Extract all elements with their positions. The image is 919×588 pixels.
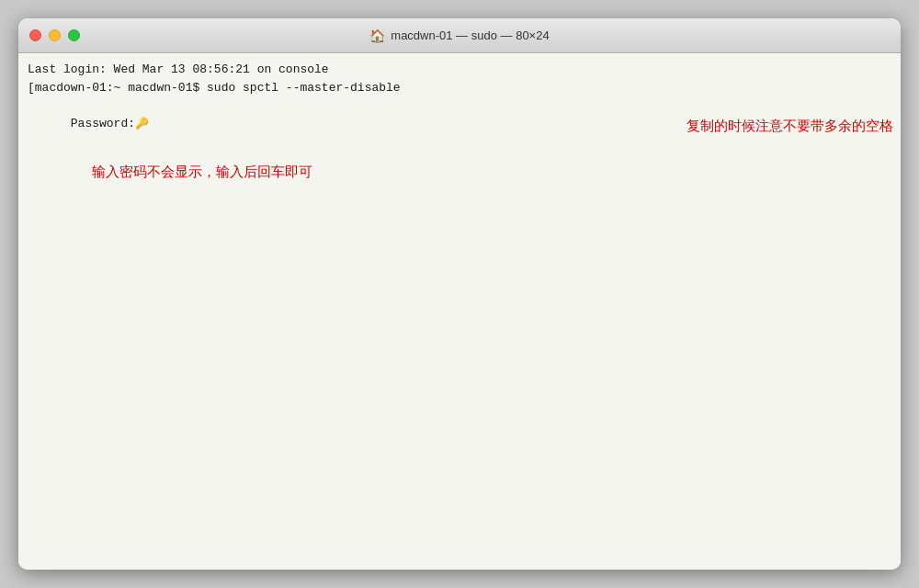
terminal-line-2: [macdown-01:~ macdwn-01$ sudo spctl --ma… (28, 79, 891, 97)
maximize-button[interactable] (68, 29, 80, 41)
close-button[interactable] (29, 29, 41, 41)
house-icon: 🏠 (369, 28, 385, 43)
title-bar: 🏠 macdwn-01 — sudo — 80×24 (18, 18, 901, 53)
minimize-button[interactable] (49, 29, 61, 41)
traffic-lights (29, 29, 80, 41)
window-title: 🏠 macdwn-01 — sudo — 80×24 (369, 28, 549, 43)
terminal-line-1: Last login: Wed Mar 13 08:56:21 on conso… (28, 61, 891, 79)
annotation-bottom: 输入密码不会显示，输入后回车即可 (92, 162, 312, 183)
terminal-content[interactable]: Last login: Wed Mar 13 08:56:21 on conso… (18, 53, 901, 570)
lock-icon: 🔑 (135, 116, 149, 132)
annotation-right: 复制的时候注意不要带多余的空格 (686, 116, 893, 137)
title-text: macdwn-01 — sudo — 80×24 (391, 28, 549, 42)
password-label: Password: (71, 117, 135, 130)
terminal-window: 🏠 macdwn-01 — sudo — 80×24 Last login: W… (18, 18, 901, 570)
